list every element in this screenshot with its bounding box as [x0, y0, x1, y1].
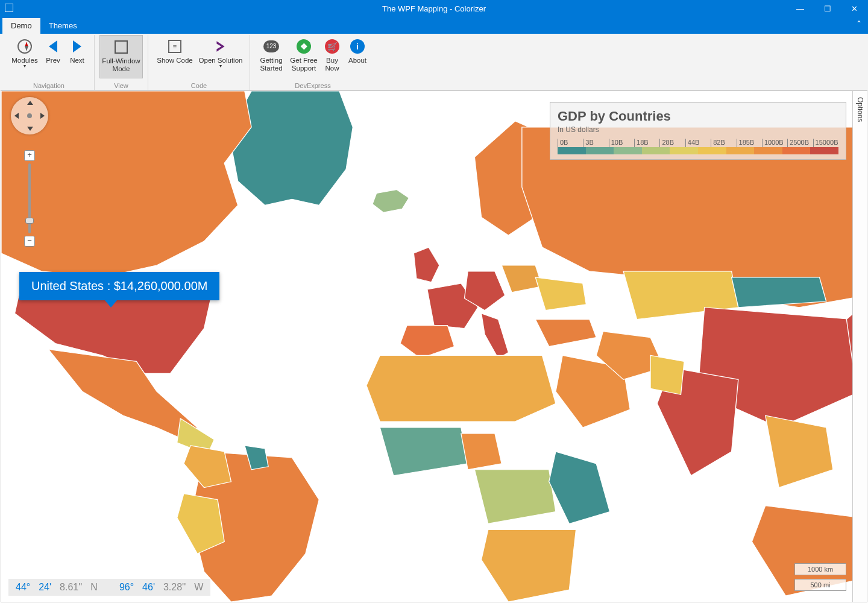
next-icon — [73, 40, 81, 52]
info-icon: i — [350, 39, 365, 54]
ribbon: Modules ▾ Prev Next Navigation Full-Wind… — [0, 34, 868, 90]
zoom-thumb[interactable] — [25, 218, 34, 224]
chevron-down-icon: ▾ — [219, 63, 222, 69]
ribbon-group-devexpress: DevExpress — [250, 82, 376, 89]
tab-themes[interactable]: Themes — [40, 18, 86, 34]
prev-button[interactable]: Prev — [41, 35, 65, 78]
region-ukraine — [535, 277, 586, 311]
options-label: Options — [856, 97, 864, 122]
world-map — [1, 91, 867, 602]
legend-swatch — [670, 147, 698, 154]
pan-down-button[interactable] — [27, 127, 33, 131]
region-seasia — [766, 415, 833, 488]
get-free-support-button[interactable]: ❖ Get Free Support — [288, 35, 320, 78]
legend-tick: 28B — [659, 139, 685, 147]
zoom-in-button[interactable]: + — [24, 150, 35, 161]
region-safrica — [482, 529, 576, 602]
options-flyout-tab[interactable]: Options — [852, 91, 867, 602]
legend-subtitle: In US dollars — [558, 125, 838, 134]
legend-tick: 82B — [711, 139, 736, 147]
zoom-track[interactable] — [28, 163, 31, 233]
legend-swatch — [754, 147, 782, 154]
region-colombia — [184, 446, 231, 488]
coordinate-readout: 44° 24' 8.61'' N 96° 46' 3.28'' W — [8, 579, 210, 596]
show-code-button[interactable]: ≡ Show Code — [153, 35, 197, 78]
maximize-button[interactable]: ☐ — [814, 0, 841, 17]
ribbon-tabstrip: Demo Themes ⌃ — [0, 17, 868, 34]
region-nigeria — [461, 434, 502, 470]
visual-studio-icon — [214, 40, 227, 53]
legend-tick: 1000B — [762, 139, 787, 147]
buy-now-button[interactable]: 🛒 Buy Now — [320, 35, 344, 78]
close-button[interactable]: ✕ — [841, 0, 868, 17]
window-title: The WPF Mapping - Colorizer — [382, 4, 486, 13]
legend-swatch — [558, 147, 586, 154]
pan-up-button[interactable] — [27, 101, 33, 105]
open-solution-button[interactable]: Open Solution ▾ — [197, 35, 245, 78]
legend-tick: 18B — [634, 139, 659, 147]
region-cafrica — [474, 470, 556, 524]
scale-mi: 500 mi — [794, 579, 846, 591]
legend-panel: GDP by Countries In US dollars 0B3B10B18… — [550, 102, 846, 160]
legend-swatch — [782, 147, 811, 154]
scale-bar: 1000 km 500 mi — [794, 563, 846, 591]
legend-swatch — [586, 147, 614, 154]
legend-swatch — [614, 147, 642, 154]
support-icon: ❖ — [297, 39, 311, 54]
pan-rose — [11, 97, 48, 134]
region-iceland — [373, 189, 409, 212]
getting-started-button[interactable]: 123 Getting Started — [255, 35, 288, 78]
legend-tick: 15000B — [813, 139, 838, 147]
region-italy — [482, 314, 509, 359]
legend-tick: 185B — [737, 139, 762, 147]
legend-swatch — [698, 147, 726, 154]
pan-center-icon — [27, 113, 32, 118]
legend-swatch — [642, 147, 670, 154]
fullscreen-icon — [115, 40, 128, 54]
next-button[interactable]: Next — [65, 35, 89, 78]
minimize-button[interactable]: ― — [787, 0, 814, 17]
region-pakistan — [650, 355, 684, 394]
legend-swatch — [726, 147, 755, 154]
zoom-out-button[interactable]: − — [24, 236, 35, 247]
legend-tick: 2500B — [787, 139, 813, 147]
cart-icon: 🛒 — [325, 39, 339, 54]
ribbon-group-view: View — [95, 82, 148, 89]
legend-tick: 0B — [558, 139, 583, 147]
region-greenland — [231, 91, 353, 205]
zoom-slider: + − — [23, 150, 36, 247]
getting-started-icon: 123 — [263, 40, 279, 52]
legend-swatch — [810, 147, 838, 154]
legend-tick: 44B — [685, 139, 711, 147]
map-viewport[interactable]: + − United States : $14,260,000.00M GDP … — [1, 90, 867, 602]
region-wafrica — [380, 428, 468, 476]
legend-title: GDP by Countries — [558, 109, 838, 124]
legend-colorbar — [558, 147, 838, 154]
legend-tick: 3B — [583, 139, 608, 147]
region-turkey — [535, 320, 596, 347]
region-spain — [400, 326, 454, 359]
pan-left-button[interactable] — [14, 113, 19, 119]
modules-button[interactable]: Modules ▾ — [8, 35, 41, 78]
region-eafrica — [549, 452, 610, 524]
about-button[interactable]: i About — [344, 35, 371, 78]
region-nafrica — [366, 355, 556, 421]
region-uk — [414, 247, 439, 282]
full-window-mode-button[interactable]: Full-Window Mode — [99, 35, 143, 78]
legend-tick: 10B — [609, 139, 634, 147]
system-menu-icon[interactable] — [5, 4, 13, 12]
ribbon-group-navigation: Navigation — [4, 82, 94, 89]
ribbon-group-code: Code — [148, 82, 250, 89]
region-peru — [177, 494, 225, 554]
scale-km: 1000 km — [794, 563, 846, 575]
ribbon-collapse-button[interactable]: ⌃ — [856, 19, 862, 28]
tooltip-text: United States : $14,260,000.00M — [31, 279, 207, 292]
prev-icon — [49, 40, 57, 52]
code-icon: ≡ — [168, 40, 181, 53]
country-tooltip: United States : $14,260,000.00M — [19, 272, 219, 300]
legend-ticks: 0B3B10B18B28B44B82B185B1000B2500B15000B — [558, 139, 838, 147]
tab-demo[interactable]: Demo — [2, 18, 40, 34]
window-titlebar: The WPF Mapping - Colorizer ― ☐ ✕ — [0, 0, 868, 17]
compass-icon — [17, 39, 32, 54]
pan-right-button[interactable] — [40, 113, 45, 119]
